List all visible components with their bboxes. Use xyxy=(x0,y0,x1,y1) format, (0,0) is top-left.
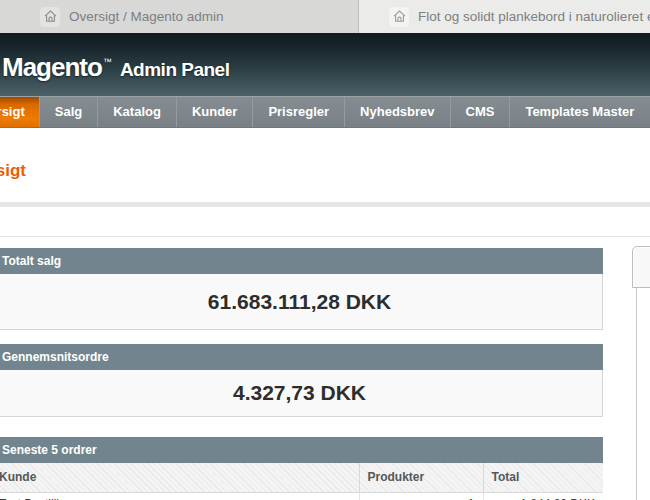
browser-tab-plankebord[interactable]: Flot og solidt plankebord i naturolieret… xyxy=(358,0,650,33)
nav-item-cms[interactable]: CMS xyxy=(450,97,510,127)
header-divider xyxy=(0,202,650,207)
dashboard-content: Oversigt Totalt salg 61.683.111,28 DKK G… xyxy=(0,128,650,500)
column-header-kunde: Kunde xyxy=(0,463,359,492)
nav-item-oversigt[interactable]: Oversigt xyxy=(0,97,39,127)
nav-item-kunder[interactable]: Kunder xyxy=(176,97,253,127)
nav-item-katalog[interactable]: Katalog xyxy=(97,97,176,127)
admin-header: Magento ™ Admin Panel xyxy=(0,33,650,96)
nav-item-prisregler[interactable]: Prisregler xyxy=(252,97,344,127)
order-products-count: 1 xyxy=(359,492,483,500)
magento-admin-window: Oversigt / Magento admin Flot og solidt … xyxy=(0,0,650,500)
order-total: 1.844,00 DKK xyxy=(483,492,603,500)
home-icon xyxy=(389,7,409,27)
total-sales-value: 61.683.111,28 DKK xyxy=(0,274,603,330)
page-title: Oversigt xyxy=(0,161,26,181)
total-sales-panel: Totalt salg 61.683.111,28 DKK xyxy=(0,248,603,330)
browser-tab-title: Oversigt / Magento admin xyxy=(69,9,224,24)
column-header-produkter: Produkter xyxy=(359,463,483,492)
main-nav: Oversigt Salg Katalog Kunder Prisregler … xyxy=(0,96,650,128)
nav-item-salg[interactable]: Salg xyxy=(39,97,97,127)
panel-header: Gennemsnitsordre xyxy=(0,344,603,370)
table-header-row: Kunde Produkter Total xyxy=(0,463,603,492)
browser-tab-bar: Oversigt / Magento admin Flot og solidt … xyxy=(0,0,650,33)
average-order-value: 4.327,73 DKK xyxy=(0,370,603,417)
chart-panel-tab[interactable] xyxy=(632,246,650,288)
browser-tab-oversigt[interactable]: Oversigt / Magento admin xyxy=(0,0,358,33)
magento-logo: Magento ™ Admin Panel xyxy=(2,52,229,83)
last-orders-panel: Seneste 5 ordrer Kunde Produkter Total T… xyxy=(0,437,603,500)
logo-subtitle: Admin Panel xyxy=(120,59,230,81)
average-order-panel: Gennemsnitsordre 4.327,73 DKK xyxy=(0,344,603,417)
table-row[interactable]: Test Bestilling 1 1.844,00 DKK xyxy=(0,492,603,500)
trademark-symbol: ™ xyxy=(103,57,112,67)
content-divider xyxy=(0,236,650,237)
order-customer: Test Bestilling xyxy=(0,492,359,500)
home-icon xyxy=(40,7,60,27)
panel-header: Seneste 5 ordrer xyxy=(0,437,603,463)
logo-wordmark: Magento xyxy=(2,52,102,83)
last-orders-table: Kunde Produkter Total Test Bestilling 1 … xyxy=(0,463,603,500)
panel-header: Totalt salg xyxy=(0,248,603,274)
nav-item-nyhedsbrev[interactable]: Nyhedsbrev xyxy=(344,97,449,127)
nav-item-templates-master[interactable]: Templates Master xyxy=(509,97,649,127)
column-header-total: Total xyxy=(483,463,603,492)
dashboard-left-column: Totalt salg 61.683.111,28 DKK Gennemsnit… xyxy=(0,248,603,500)
browser-tab-title: Flot og solidt plankebord i naturolieret… xyxy=(418,9,650,24)
